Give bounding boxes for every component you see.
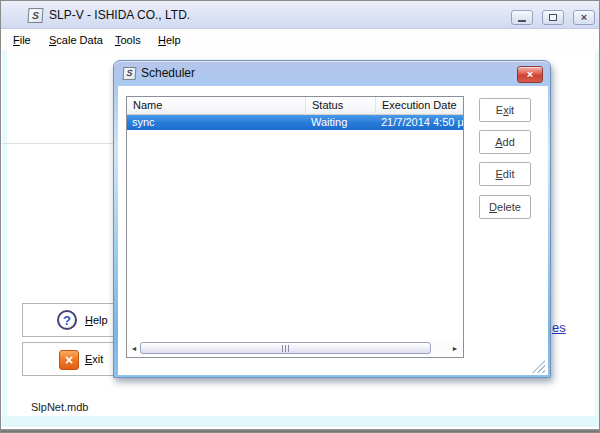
window-bottom-border xyxy=(1,429,599,432)
scrollbar-thumb[interactable] xyxy=(140,342,431,354)
column-header-status[interactable]: Status xyxy=(306,97,376,115)
cell-status: Waiting xyxy=(306,115,376,130)
thumb-grip xyxy=(288,345,289,352)
dialog-logo-icon: S xyxy=(123,67,137,80)
cell-execution-date: 21/7/2014 4:50 μμ xyxy=(376,115,463,130)
dialog-title: Scheduler xyxy=(141,66,195,80)
edit-button[interactable]: Edit xyxy=(479,162,531,186)
panel-edge-line xyxy=(2,143,114,144)
menu-scale-data[interactable]: Scale Data xyxy=(47,30,105,50)
minimize-icon xyxy=(518,20,526,22)
window-title: SLP-V - ISHIDA CO., LTD. xyxy=(49,8,190,22)
scheduler-listview: Name Status Execution Date sync Waiting … xyxy=(126,96,464,358)
scheduler-dialog: S Scheduler × Name Status Execution Date… xyxy=(113,60,551,378)
dialog-client-area: Name Status Execution Date sync Waiting … xyxy=(118,86,548,375)
resize-grip[interactable] xyxy=(532,360,545,373)
horizontal-scrollbar[interactable]: ◄ ► xyxy=(128,341,462,356)
exit-button-label: Exit xyxy=(85,353,103,365)
partial-hyperlink[interactable]: es xyxy=(552,320,566,335)
close-icon: × xyxy=(581,12,587,23)
menu-tools[interactable]: Tools xyxy=(113,30,143,50)
minimize-button[interactable] xyxy=(511,10,533,25)
menu-file[interactable]: File xyxy=(11,30,33,50)
add-button[interactable]: Add xyxy=(479,130,531,154)
thumb-grip xyxy=(285,345,286,352)
database-filename-text: SlpNet.mdb xyxy=(31,401,88,413)
window-edge-left xyxy=(2,50,7,418)
close-button[interactable]: × xyxy=(573,10,595,25)
table-row[interactable]: sync Waiting 21/7/2014 4:50 μμ xyxy=(127,115,463,130)
thumb-grip xyxy=(282,345,283,352)
menu-help[interactable]: Help xyxy=(156,30,183,50)
listview-header: Name Status Execution Date xyxy=(127,97,463,115)
app-logo-icon: S xyxy=(27,8,43,23)
status-bar xyxy=(2,416,600,427)
window-edge-right xyxy=(595,50,600,418)
exit-button[interactable]: Exit xyxy=(479,98,531,122)
column-header-execution-date[interactable]: Execution Date xyxy=(376,97,463,115)
exit-cross-icon: × xyxy=(59,350,79,370)
column-header-name[interactable]: Name xyxy=(127,97,306,115)
maximize-icon xyxy=(549,14,557,21)
scroll-left-icon[interactable]: ◄ xyxy=(129,341,139,356)
maximize-button[interactable] xyxy=(542,10,564,25)
dialog-close-button[interactable]: × xyxy=(517,66,543,83)
main-window: S SLP-V - ISHIDA CO., LTD. × File Scale … xyxy=(0,0,600,433)
menu-bar: File Scale Data Tools Help xyxy=(2,30,600,50)
cell-name: sync xyxy=(127,115,306,130)
question-mark-icon: ? xyxy=(57,310,77,330)
window-titlebar: S SLP-V - ISHIDA CO., LTD. × xyxy=(1,1,599,29)
delete-button[interactable]: Delete xyxy=(479,195,531,219)
help-button-label: Help xyxy=(85,314,108,326)
scroll-right-icon[interactable]: ► xyxy=(450,341,460,356)
